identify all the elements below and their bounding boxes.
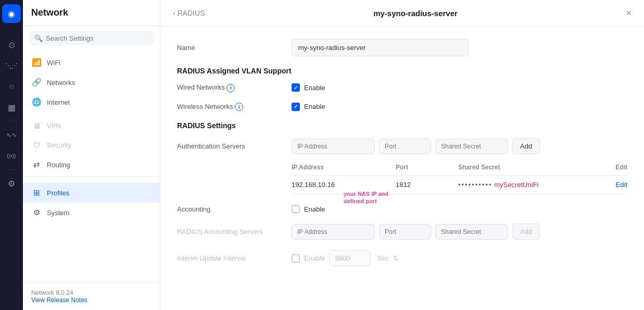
search-input-wrap: 🔍 [29,31,154,45]
name-field-row: Name [177,39,627,56]
sidebar-item-routing[interactable]: ⇄ Routing [23,155,160,175]
interim-value-input [329,250,371,266]
release-notes-link[interactable]: View Release Notes [31,296,87,304]
auth-port-input[interactable] [379,139,431,154]
shield-icon: 🛡 [31,141,42,150]
close-button[interactable]: × [626,8,632,18]
sidebar-item-internet[interactable]: 🌐 Internet [23,92,160,112]
sidebar-item-system[interactable]: ⚙ System [23,203,160,222]
search-input[interactable] [46,34,148,42]
sidebar-item-label: Routing [47,161,70,169]
name-value [292,39,627,56]
col-port: Port [396,164,458,171]
acct-port-input [379,224,431,240]
wireless-enable-checkbox-row: Enable [292,103,627,111]
sidebar: Network 🔍 📶 WiFi 🔗 Networks 🌐 Internet 🖥… [23,0,160,310]
wireless-networks-label: Wireless Networks i [177,103,292,111]
stats-icon[interactable]: ▦ [2,98,21,117]
acct-ip-input [292,224,375,240]
interim-checkbox[interactable] [292,254,300,263]
accounting-checkbox[interactable] [292,205,300,213]
sidebar-item-label: Networks [47,79,75,86]
back-label: RADIUS [178,9,205,17]
wired-enable-field: Enable [292,83,627,92]
col-edit: Edit [586,164,627,171]
auth-servers-row: Authentication Servers Add IP Address Po… [177,138,627,194]
sidebar-item-label: System [47,209,69,217]
wifi-icon: 📶 [31,58,42,67]
logo-icon[interactable]: ◉ [2,4,21,23]
interim-label: Interim Update Interval [177,254,292,262]
row-secret: •••••••••• mySecretUniFi [458,181,586,189]
settings-icon[interactable]: ⚙ [2,174,21,193]
sidebar-item-label: VPN [47,122,61,130]
search-icon: 🔍 [34,34,43,42]
interim-row: Interim Update Interval Enable Sec ⇅ [177,250,627,266]
topology-icon[interactable]: ⋱⋰ [2,56,21,75]
auth-secret-input[interactable] [435,139,508,154]
wired-enable-checkbox[interactable] [292,83,300,92]
col-ip: IP Address [292,164,396,171]
wired-enable-label: Enable [304,84,325,92]
interim-controls: Enable Sec ⇅ [292,250,398,266]
sidebar-item-label: Internet [47,98,70,106]
row-edit-link[interactable]: Edit [586,181,627,189]
col-secret: Shared Secret [458,164,586,171]
row-annotation: your NAS IP anddefined port [344,190,388,205]
sidebar-item-security: 🛡 Security [23,135,160,155]
panel-title: my-syno-radius-server [211,9,620,18]
wireless-enable-label: Enable [304,103,325,110]
waves-icon[interactable]: ∿∿ [2,126,21,144]
radius-accounting-row: RADIUS Accounting Servers Add [177,224,627,240]
system-icon: ⚙ [31,208,42,217]
accounting-row: Accounting Enable [177,205,627,213]
wireless-info-icon[interactable]: i [235,103,243,111]
sidebar-item-wifi[interactable]: 📶 WiFi [23,53,160,72]
accounting-checkbox-row: Enable [292,205,627,213]
acct-add-button: Add [512,224,540,240]
sec-spinner: ⇅ [393,255,398,262]
profiles-icon: ⊞ [31,188,42,197]
sidebar-nav: 📶 WiFi 🔗 Networks 🌐 Internet 🖥 VPN 🛡 Sec… [23,51,160,282]
wired-info-icon[interactable]: i [226,84,235,92]
icon-bar: ◉ ⊙ ⋱⋰ ○ ▦ ∿∿ ((•)) ⚙ [0,0,23,310]
sidebar-item-profiles[interactable]: ⊞ Profiles [23,183,160,203]
antenna-icon[interactable]: ((•)) [2,146,21,165]
table-header: IP Address Port Shared Secret Edit [292,159,627,176]
sidebar-item-label: Security [47,141,71,149]
divider [5,121,18,121]
sidebar-footer: Network 8.0.24 View Release Notes [23,282,160,310]
wireless-networks-row: Wireless Networks i Enable [177,103,627,111]
auth-servers-label: Authentication Servers [177,142,292,150]
sidebar-item-networks[interactable]: 🔗 Networks [23,72,160,92]
radius-accounting-inputs: Add [292,224,540,240]
wired-enable-checkbox-row: Enable [292,83,627,92]
auth-servers-table: IP Address Port Shared Secret Edit 192.1… [177,159,627,194]
auth-ip-input[interactable] [292,139,375,154]
wired-networks-label: Wired Networks i [177,83,292,92]
back-button[interactable]: ‹ RADIUS [173,9,205,17]
radius-vlan-title: RADIUS Assigned VLAN Support [177,67,627,75]
wireless-enable-checkbox[interactable] [292,103,300,111]
sidebar-item-vpn: 🖥 VPN [23,116,160,135]
dashboard-icon[interactable]: ⊙ [2,35,21,54]
panel-body: Name RADIUS Assigned VLAN Support Wired … [160,27,644,310]
clients-icon[interactable]: ○ [2,77,21,96]
accounting-label: Accounting [177,205,292,213]
row-secret-value: mySecretUniFi [494,181,538,189]
divider2 [5,169,18,170]
row-dots: •••••••••• [458,181,493,189]
panel-header: ‹ RADIUS my-syno-radius-server × [160,0,644,27]
version-label: Network 8.0.24 [31,289,151,296]
auth-servers-inputs: Add [292,138,540,154]
wireless-enable-field: Enable [292,103,627,111]
radius-settings-title: RADIUS Settings [177,121,627,130]
routing-icon: ⇄ [31,160,42,169]
network-icon: 🔗 [31,78,42,87]
accounting-enable-label: Enable [304,205,325,213]
auth-add-button[interactable]: Add [512,138,540,154]
sec-label: Sec [377,254,388,262]
wired-networks-row: Wired Networks i Enable [177,83,627,92]
accounting-enable-field: Enable [292,205,627,213]
name-input[interactable] [292,39,469,56]
